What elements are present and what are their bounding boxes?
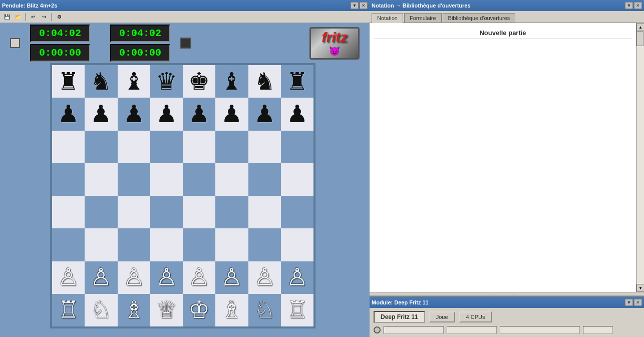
square-c3[interactable] xyxy=(118,228,150,261)
minimize-button[interactable]: ▼ xyxy=(351,2,359,9)
resize-handle[interactable]: · · · · · · · · · · xyxy=(370,292,644,296)
notation-scrollbar[interactable]: ▲ ▼ xyxy=(636,23,644,292)
square-a5[interactable] xyxy=(52,163,85,196)
radio-indicator[interactable] xyxy=(374,326,381,333)
square-d8[interactable]: ♛ xyxy=(150,65,183,98)
square-b4[interactable] xyxy=(85,196,117,228)
player-checkbox[interactable] xyxy=(10,38,20,48)
square-e4[interactable] xyxy=(183,196,215,228)
close-button[interactable]: ✕ xyxy=(360,2,368,9)
square-f5[interactable] xyxy=(215,163,248,196)
square-g6[interactable] xyxy=(248,131,281,163)
joue-button[interactable]: Joue xyxy=(429,311,455,322)
square-b7[interactable]: ♟ xyxy=(85,98,117,130)
square-h1[interactable]: ♖ xyxy=(281,294,313,326)
square-h8[interactable]: ♜ xyxy=(281,65,313,98)
white-piece: ♙ xyxy=(123,265,145,289)
square-d1[interactable]: ♕ xyxy=(150,294,183,326)
square-d3[interactable] xyxy=(150,228,183,261)
square-c7[interactable]: ♟ xyxy=(118,98,150,130)
open-button[interactable]: 📂 xyxy=(13,13,23,22)
square-g8[interactable]: ♞ xyxy=(248,65,281,98)
square-a8[interactable]: ♜ xyxy=(52,65,85,98)
square-b1[interactable]: ♘ xyxy=(85,294,117,326)
square-b3[interactable] xyxy=(85,228,117,261)
square-f8[interactable]: ♝ xyxy=(215,65,248,98)
square-c1[interactable]: ♗ xyxy=(118,294,150,326)
square-d4[interactable] xyxy=(150,196,183,228)
square-g2[interactable]: ♙ xyxy=(248,261,281,294)
square-f1[interactable]: ♗ xyxy=(215,294,248,326)
square-e1[interactable]: ♔ xyxy=(183,294,215,326)
chess-board-container: ♜♞♝♛♚♝♞♜♟♟♟♟♟♟♟♟♙♙♙♙♙♙♙♙♖♘♗♕♔♗♘♖ xyxy=(50,63,315,328)
square-b6[interactable] xyxy=(85,131,117,163)
square-g1[interactable]: ♘ xyxy=(248,294,281,326)
scroll-up-button[interactable]: ▲ xyxy=(636,23,644,31)
square-e7[interactable]: ♟ xyxy=(183,98,215,130)
title-bar-controls: ▼ ✕ xyxy=(351,2,368,9)
scroll-down-button[interactable]: ▼ xyxy=(636,284,644,292)
evaluation-bar xyxy=(447,326,497,334)
square-e2[interactable]: ♙ xyxy=(183,261,215,294)
white-piece: ♖ xyxy=(58,298,79,322)
square-f4[interactable] xyxy=(215,196,248,228)
clock-area: 0:04:02 0:00:00 0:04:02 0:00:00 fritz 😈 xyxy=(0,23,370,63)
square-c8[interactable]: ♝ xyxy=(118,65,150,98)
right-close-button[interactable]: ✕ xyxy=(634,2,642,9)
square-h4[interactable] xyxy=(281,196,313,228)
square-b2[interactable]: ♙ xyxy=(85,261,117,294)
square-c2[interactable]: ♙ xyxy=(118,261,150,294)
cpu-button[interactable]: 4 CPUs xyxy=(459,311,492,322)
square-f3[interactable] xyxy=(215,228,248,261)
undo-button[interactable]: ↩ xyxy=(28,13,38,22)
black-piece: ♟ xyxy=(123,102,145,126)
square-a6[interactable] xyxy=(52,131,85,163)
square-e3[interactable] xyxy=(183,228,215,261)
square-a2[interactable]: ♙ xyxy=(52,261,85,294)
square-f6[interactable] xyxy=(215,131,248,163)
module-close-button[interactable]: ✕ xyxy=(634,299,642,306)
square-g4[interactable] xyxy=(248,196,281,228)
square-d6[interactable] xyxy=(150,131,183,163)
square-d2[interactable]: ♙ xyxy=(150,261,183,294)
square-h6[interactable] xyxy=(281,131,313,163)
module-minimize-button[interactable]: ▼ xyxy=(625,299,633,306)
square-g3[interactable] xyxy=(248,228,281,261)
square-b5[interactable] xyxy=(85,163,117,196)
white-piece: ♕ xyxy=(156,298,177,322)
square-d5[interactable] xyxy=(150,163,183,196)
right-minimize-button[interactable]: ▼ xyxy=(625,2,633,9)
square-h3[interactable] xyxy=(281,228,313,261)
redo-button[interactable]: ↪ xyxy=(39,13,49,22)
square-g5[interactable] xyxy=(248,163,281,196)
white-piece: ♖ xyxy=(286,298,308,322)
tab-bibliotheque[interactable]: Bibliothèque d'ouvertures xyxy=(443,13,516,23)
square-e8[interactable]: ♚ xyxy=(183,65,215,98)
square-c4[interactable] xyxy=(118,196,150,228)
scroll-thumb[interactable] xyxy=(636,31,643,46)
square-h7[interactable]: ♟ xyxy=(281,98,313,130)
square-h2[interactable]: ♙ xyxy=(281,261,313,294)
square-f2[interactable]: ♙ xyxy=(215,261,248,294)
save-button[interactable]: 💾 xyxy=(2,13,12,22)
stop-button[interactable] xyxy=(180,38,191,49)
square-a3[interactable] xyxy=(52,228,85,261)
square-g7[interactable]: ♟ xyxy=(248,98,281,130)
square-f7[interactable]: ♟ xyxy=(215,98,248,130)
square-a4[interactable] xyxy=(52,196,85,228)
tab-formulaire[interactable]: Formulaire xyxy=(404,13,442,23)
square-e6[interactable] xyxy=(183,131,215,163)
square-h5[interactable] xyxy=(281,163,313,196)
square-e5[interactable] xyxy=(183,163,215,196)
chess-board[interactable]: ♜♞♝♛♚♝♞♜♟♟♟♟♟♟♟♟♙♙♙♙♙♙♙♙♖♘♗♕♔♗♘♖ xyxy=(52,65,313,326)
square-d7[interactable]: ♟ xyxy=(150,98,183,130)
square-a1[interactable]: ♖ xyxy=(52,294,85,326)
white-piece: ♙ xyxy=(254,265,275,289)
tab-notation[interactable]: Notation xyxy=(372,13,403,23)
black-clock-display: 0:04:02 0:00:00 xyxy=(110,25,170,62)
square-a7[interactable]: ♟ xyxy=(52,98,85,130)
square-c6[interactable] xyxy=(118,131,150,163)
square-b8[interactable]: ♞ xyxy=(85,65,117,98)
settings-button[interactable]: ⚙ xyxy=(54,13,64,22)
square-c5[interactable] xyxy=(118,163,150,196)
